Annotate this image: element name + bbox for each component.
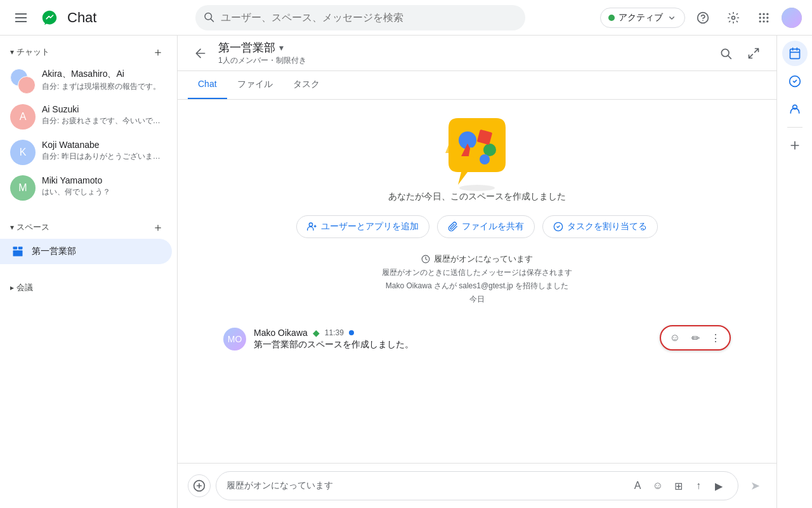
more-options-button[interactable]: ⋮: [707, 329, 724, 347]
right-sidebar-divider: [787, 127, 802, 128]
tab-files[interactable]: ファイル: [227, 71, 283, 99]
chat-body: あなたが今日、このスペースを作成しました ユーザーとアプリを追加 ファイルを共有…: [178, 100, 776, 463]
chat-header-actions: [713, 41, 766, 66]
svg-rect-14: [13, 247, 18, 250]
tab-tasks[interactable]: タスク: [283, 71, 330, 99]
svg-point-6: [763, 13, 764, 15]
verified-icon: ◆: [313, 328, 320, 338]
message-text: 第一営業部のスペースを作成しました。: [254, 339, 731, 351]
input-tools: A ☺ ⊞ ↑ ▶: [629, 477, 728, 495]
chat-name: Miki Yamamoto: [42, 175, 167, 185]
action-buttons: ユーザーとアプリを追加 ファイルを共有 タスクを割り当てる: [296, 215, 658, 238]
add-chat-button[interactable]: ＋: [149, 43, 167, 61]
spaces-section-header: ▾ スペース ＋: [0, 211, 177, 239]
message-sender: Mako Oikawa: [254, 328, 308, 338]
space-title: 第一営業部: [218, 40, 275, 55]
status-label: アクティブ: [619, 12, 663, 23]
add-space-button[interactable]: ＋: [149, 218, 167, 236]
chat-item-ai-suzuki[interactable]: A Ai Suzuki 自分: お疲れさまです、今いいですか？: [0, 99, 177, 135]
spaces-chevron-icon: ▾: [10, 223, 14, 232]
svg-rect-35: [790, 49, 799, 58]
svg-point-12: [763, 20, 764, 22]
edit-message-button[interactable]: ✏: [686, 329, 704, 347]
tasks-sidebar-button[interactable]: [782, 69, 808, 94]
add-users-label: ユーザーとアプリを追加: [321, 221, 419, 232]
message-row: MO Mako Oikawa ◆ 11:39 第一営業部のスペースを作成しました…: [223, 325, 731, 353]
message-time: 11:39: [325, 328, 344, 337]
chat-preview: 自分: まずは現場視察の報告です。: [42, 81, 167, 92]
svg-point-27: [309, 223, 312, 226]
format-text-button[interactable]: A: [629, 477, 646, 495]
send-button[interactable]: ➤: [743, 474, 766, 497]
chats-section-title[interactable]: ▾ チャット: [10, 46, 49, 58]
calendar-button[interactable]: [782, 41, 808, 66]
user-avatar[interactable]: [782, 8, 802, 28]
detach-button[interactable]: [741, 41, 766, 66]
search-in-chat-button[interactable]: [713, 41, 738, 66]
topbar: Chat アクティブ: [0, 0, 812, 36]
chat-info: Ai Suzuki 自分: お疲れさまです、今いいですか？: [42, 104, 167, 126]
message-input-box[interactable]: 履歴がオンになっています A ☺ ⊞ ↑ ▶: [216, 471, 738, 500]
svg-line-2: [211, 18, 213, 21]
chat-illustration: [439, 115, 515, 191]
chat-main: 第一営業部 ▾ 1人のメンバー・制限付き Chat ファイル タスク: [178, 36, 776, 508]
hamburger-menu[interactable]: [10, 8, 32, 27]
chat-avatar-ai: A: [10, 104, 36, 130]
chat-header: 第一営業部 ▾ 1人のメンバー・制限付き: [178, 36, 776, 71]
chat-item-koji[interactable]: K Koji Watanabe 自分: 昨日はありがとうございました...: [0, 135, 177, 170]
history-invite: Mako Oikawa さんが sales1@gtest.jp を招待しました: [382, 281, 572, 291]
svg-point-9: [763, 17, 764, 18]
svg-point-4: [732, 16, 735, 19]
right-sidebar: [776, 36, 812, 508]
chat-header-sub: 1人のメンバー・制限付き: [218, 55, 713, 66]
contacts-button[interactable]: [782, 97, 808, 122]
chat-info: Akira、Masahiro、Ai 自分: まずは現場視察の報告です。: [42, 69, 167, 92]
help-button[interactable]: [690, 5, 716, 30]
space-item-first-sales[interactable]: 第一営業部: [0, 239, 172, 264]
svg-point-5: [759, 13, 761, 15]
svg-point-21: [483, 144, 496, 156]
svg-rect-16: [13, 250, 23, 256]
spaces-section-title[interactable]: ▾ スペース: [10, 222, 49, 233]
back-button[interactable]: [188, 41, 213, 66]
assign-task-button[interactable]: タスクを割り当てる: [542, 215, 658, 238]
share-file-label: ファイルを共有: [462, 221, 524, 232]
emoji-reaction-button[interactable]: ☺: [666, 329, 684, 347]
meetings-section-header[interactable]: ▸ 会議: [0, 274, 177, 296]
add-attachment-button[interactable]: [188, 474, 211, 497]
unread-indicator: [349, 330, 354, 335]
svg-point-24: [480, 154, 490, 164]
chat-item-miki[interactable]: M Miki Yamamoto はい、何でしょう？: [0, 170, 177, 206]
chat-preview: はい、何でしょう？: [42, 187, 167, 197]
add-app-button[interactable]: [782, 133, 808, 158]
tab-chat[interactable]: Chat: [188, 71, 227, 99]
space-dropdown-icon[interactable]: ▾: [279, 43, 284, 53]
settings-button[interactable]: [721, 5, 746, 30]
chat-header-title: 第一営業部 ▾: [218, 40, 713, 55]
upload-button[interactable]: ↑: [690, 477, 707, 495]
video-button[interactable]: ▶: [710, 477, 728, 495]
search-bar: [195, 5, 525, 30]
apps-button[interactable]: [751, 5, 776, 30]
status-indicator: [608, 15, 615, 21]
search-input[interactable]: [195, 5, 525, 30]
add-widget-button[interactable]: ⊞: [669, 477, 687, 495]
history-sub-label: 履歴がオンのときに送信したメッセージは保存されます: [382, 267, 572, 278]
svg-line-18: [728, 55, 731, 58]
status-button[interactable]: アクティブ: [600, 8, 685, 28]
share-file-button[interactable]: ファイルを共有: [437, 215, 535, 238]
chat-item-group[interactable]: Akira、Masahiro、Ai 自分: まずは現場視察の報告です。: [0, 64, 177, 99]
svg-point-19: [459, 185, 495, 191]
svg-point-11: [759, 20, 761, 22]
add-users-button[interactable]: ユーザーとアプリを追加: [296, 215, 429, 238]
chat-preview: 自分: 昨日はありがとうございました...: [42, 151, 167, 162]
input-placeholder: 履歴がオンになっています: [226, 480, 333, 491]
chat-name: Akira、Masahiro、Ai: [42, 69, 167, 80]
meetings-chevron-icon: ▸: [10, 283, 14, 292]
chats-chevron-icon: ▾: [10, 48, 14, 57]
message-action-bar: ☺ ✏ ⋮: [660, 325, 731, 351]
message-avatar: MO: [223, 328, 246, 351]
emoji-button[interactable]: ☺: [649, 477, 667, 495]
chat-preview: 自分: お疲れさまです、今いいですか？: [42, 116, 167, 126]
app-title: Chat: [67, 10, 96, 26]
